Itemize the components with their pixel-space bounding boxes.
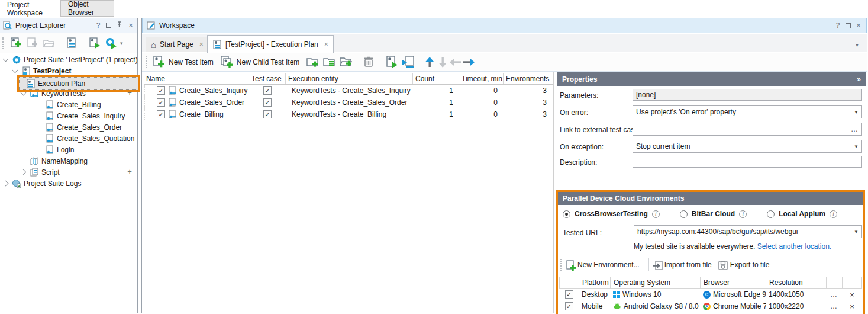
- environments-value[interactable]: 3: [504, 98, 553, 107]
- move-down-button-disabled[interactable]: [436, 56, 449, 69]
- radio-icon[interactable]: [767, 210, 775, 218]
- tree-item-create-sales-order[interactable]: Create_Sales_Order: [0, 121, 137, 133]
- count-value[interactable]: 1: [413, 86, 459, 95]
- test-item-row[interactable]: ✓ Create_Sales_Order ✓ KeywordTests - Cr…: [144, 97, 553, 108]
- on-error-dropdown[interactable]: Use project's 'On error' property ▼: [633, 105, 862, 118]
- tree-item-namemapping[interactable]: NameMapping: [0, 155, 137, 166]
- column-header-resolution[interactable]: Resolution: [766, 277, 827, 288]
- chevron-down-icon[interactable]: [12, 67, 18, 73]
- tree-item-create-sales-quotation[interactable]: Create_Sales_Quotation: [0, 133, 137, 144]
- pin-icon[interactable]: [115, 21, 123, 30]
- env-delete-icon[interactable]: ×: [842, 302, 862, 311]
- test-case-checkbox[interactable]: ✓: [263, 86, 272, 95]
- browse-ellipsis-button[interactable]: …: [851, 125, 859, 133]
- enabled-checkbox[interactable]: ✓: [157, 98, 165, 107]
- run-selected-items-button[interactable]: [400, 54, 417, 71]
- help-icon[interactable]: ?: [94, 21, 102, 30]
- provider-crossbrowsertesting[interactable]: CrossBrowserTesting i: [563, 210, 660, 218]
- new-group-button[interactable]: [304, 54, 321, 71]
- env-enabled-checkbox[interactable]: ✓: [565, 290, 573, 299]
- chevron-down-icon[interactable]: [3, 56, 9, 62]
- export-to-file-button[interactable]: Export to file: [718, 260, 770, 270]
- tab-execution-plan[interactable]: [TestProject] - Execution Plan ×: [207, 35, 334, 53]
- provider-bitbar-cloud[interactable]: BitBar Cloud i: [680, 210, 747, 218]
- column-header-name[interactable]: Name: [144, 73, 249, 84]
- count-value[interactable]: 1: [413, 98, 459, 107]
- environments-value[interactable]: 3: [504, 110, 553, 118]
- count-value[interactable]: 1: [413, 110, 459, 118]
- run-project-suite-button[interactable]: [103, 35, 120, 52]
- provider-local-appium[interactable]: Local Appium i: [767, 210, 837, 218]
- timeout-value[interactable]: 0: [459, 98, 504, 107]
- tab-list-caret[interactable]: ▾: [856, 41, 859, 48]
- env-enabled-checkbox[interactable]: ✓: [565, 302, 573, 310]
- move-up-button[interactable]: [423, 56, 436, 69]
- info-icon[interactable]: i: [652, 210, 660, 218]
- tree-item-script[interactable]: Script +: [0, 166, 137, 178]
- tree-item-create-sales-inquiry[interactable]: Create_Sales_Inquiry: [0, 110, 137, 121]
- parameters-field[interactable]: [none]: [633, 89, 862, 101]
- close-icon[interactable]: ×: [854, 21, 863, 30]
- info-icon[interactable]: i: [830, 210, 837, 218]
- column-header-os[interactable]: Operating System: [611, 277, 701, 288]
- tab-object-browser[interactable]: Object Browser: [61, 0, 114, 17]
- link-external-field[interactable]: …: [633, 123, 862, 136]
- env-delete-icon[interactable]: ×: [842, 290, 862, 299]
- new-environment-button[interactable]: New Environment...: [565, 260, 640, 270]
- toolbar-grip[interactable]: [146, 56, 148, 68]
- enabled-checkbox[interactable]: ✓: [157, 86, 165, 95]
- timeout-value[interactable]: 0: [459, 86, 504, 95]
- column-header-environments[interactable]: Environments: [504, 73, 553, 84]
- maximize-icon[interactable]: [846, 23, 851, 28]
- column-header-execution-entity[interactable]: Execution entity: [286, 73, 413, 84]
- info-icon[interactable]: i: [739, 210, 747, 218]
- column-header-count[interactable]: Count: [413, 73, 459, 84]
- tree-item-login[interactable]: Login: [0, 144, 137, 155]
- chevron-right-icon[interactable]: [3, 181, 9, 187]
- toolbar-menu-caret[interactable]: ▾: [120, 40, 123, 46]
- chevron-right-icon[interactable]: [21, 169, 27, 175]
- test-item-row[interactable]: ✓ Create_Billing ✓ KeywordTests - Create…: [144, 108, 553, 120]
- radio-icon[interactable]: [680, 210, 688, 218]
- move-right-button[interactable]: [462, 56, 475, 69]
- new-child-test-item-icon[interactable]: [218, 54, 235, 71]
- environment-row-desktop[interactable]: ✓ Desktop Windows 10 eMicrosoft Edge 91 …: [559, 289, 862, 300]
- tree-item-create-billing[interactable]: Create_Billing: [0, 99, 137, 110]
- open-file-button-disabled[interactable]: [40, 35, 57, 52]
- import-from-file-button[interactable]: Import from file: [652, 260, 712, 270]
- tree-item-project-suite-logs[interactable]: Project Suite Logs: [0, 178, 137, 189]
- column-header-timeout[interactable]: Timeout, min: [459, 73, 504, 84]
- collapse-pane-icon[interactable]: »: [857, 75, 861, 84]
- tree-item-project-suite[interactable]: Project Suite 'TestProject' (1 project): [0, 54, 137, 65]
- close-tab-icon[interactable]: ×: [199, 40, 204, 49]
- move-left-button-disabled[interactable]: [449, 56, 462, 69]
- execution-plan-button[interactable]: [63, 35, 80, 52]
- toolbar-grip[interactable]: [560, 259, 563, 271]
- close-icon[interactable]: ×: [127, 21, 135, 30]
- enabled-checkbox[interactable]: ✓: [157, 110, 165, 118]
- new-test-item-button[interactable]: New Test Item: [169, 58, 214, 66]
- test-case-checkbox[interactable]: ✓: [263, 98, 272, 107]
- add-existing-item-button-disabled[interactable]: [24, 35, 40, 52]
- env-edit-ellipsis-button[interactable]: …: [826, 290, 842, 299]
- tested-url-combo[interactable]: https://mysap.com:44300/sap/bc/gui/sap/i…: [634, 225, 862, 238]
- column-header-platform[interactable]: Platform: [579, 277, 611, 288]
- env-edit-ellipsis-button[interactable]: …: [826, 302, 842, 310]
- environments-value[interactable]: 3: [504, 86, 553, 95]
- add-new-item-button[interactable]: [7, 35, 24, 52]
- properties-splitter[interactable]: [553, 72, 554, 313]
- tab-project-workspace[interactable]: Project Workspace: [0, 0, 61, 17]
- close-tab-icon[interactable]: ×: [324, 40, 328, 49]
- description-field[interactable]: [633, 156, 862, 168]
- tab-start-page[interactable]: ⌂ Start Page ×: [146, 37, 209, 52]
- maximize-icon[interactable]: [106, 23, 111, 28]
- test-case-checkbox[interactable]: ✓: [263, 110, 272, 118]
- select-location-link[interactable]: Select another location.: [757, 242, 831, 251]
- toolbar-grip[interactable]: [2, 37, 5, 49]
- test-item-row[interactable]: ✓ Create_Sales_Inquiry ✓ KeywordTests - …: [144, 85, 553, 97]
- add-script-button[interactable]: +: [125, 168, 134, 176]
- delete-button[interactable]: [360, 54, 377, 71]
- help-icon[interactable]: ?: [834, 21, 842, 30]
- new-child-test-item-button[interactable]: New Child Test Item: [237, 58, 299, 66]
- group-selected-button[interactable]: [321, 54, 337, 71]
